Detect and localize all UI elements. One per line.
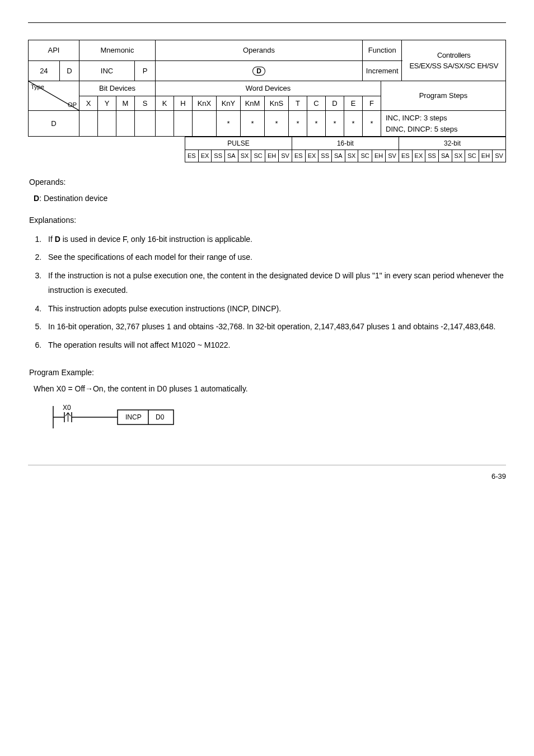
d-s: [135, 111, 156, 137]
program-example-text: When X0 = Off→On, the content in D0 plus…: [34, 383, 506, 395]
row-d-label: D: [29, 111, 79, 137]
col-h: H: [174, 96, 193, 111]
api-label: API: [29, 40, 79, 61]
steps-cell: INC, INCP: 3 steps DINC, DINCP: 5 steps: [381, 111, 506, 137]
d-x: [79, 111, 98, 137]
api-header-row: API Mnemonic Operands Function Controlle…: [29, 40, 506, 61]
d-t: *: [289, 111, 307, 137]
bit-header-row: PULSE 16-bit 32-bit: [185, 137, 506, 150]
ladder-contact: X0: [63, 404, 71, 412]
api-number: 24: [29, 60, 60, 81]
col-knm: KnM: [241, 96, 265, 111]
program-example-heading: Program Example:: [29, 367, 506, 379]
ladder-arg: D0: [156, 413, 165, 421]
list-item: If the instruction is not a pulse execut…: [44, 268, 506, 298]
op-d-row: D * * * * * * * * INC, INCP: 3 steps DIN…: [29, 111, 506, 137]
list-item: If D is used in device F, only 16-bit in…: [44, 232, 506, 247]
col-kny: KnY: [217, 96, 241, 111]
explanations-heading: Explanations:: [29, 214, 506, 226]
d-kny: *: [217, 111, 241, 137]
explanations-list: If D is used in device F, only 16-bit in…: [28, 232, 506, 353]
function-label: Function: [363, 40, 402, 61]
bit-devices-label: Bit Devices: [79, 81, 156, 96]
col-x: X: [79, 96, 98, 111]
function-text: Increment: [363, 60, 402, 81]
d-h: [174, 111, 193, 137]
d-c: *: [307, 111, 326, 137]
ladder-diagram: X0 INCP D0: [50, 403, 506, 431]
d-knm: *: [241, 111, 265, 137]
operands-label: Operands: [156, 40, 363, 61]
top-rule: [28, 22, 506, 23]
bit-cells-row: ES EX SS SA SX SC EH SV ES EX SS SA SX S…: [185, 150, 506, 162]
d-y: [98, 111, 116, 137]
col-f: F: [363, 96, 381, 111]
d-f: *: [363, 111, 381, 137]
ctrl-2: EH/SV: [477, 62, 498, 70]
api-prefix: D: [59, 60, 79, 81]
ladder-svg: X0 INCP D0: [50, 403, 179, 431]
d-k: [156, 111, 174, 137]
d-m: [116, 111, 135, 137]
ctrl-0: ES/EX/SS: [409, 62, 441, 70]
page-number: 6-39: [28, 471, 506, 482]
api-suffix: P: [135, 60, 156, 81]
operand-d-icon: D: [252, 67, 265, 76]
col-s: S: [135, 96, 156, 111]
list-item: In 16-bit operation, 32,767 pluses 1 and…: [44, 319, 506, 334]
bit-h-32: 32-bit: [399, 137, 505, 150]
program-steps-label: Program Steps: [381, 81, 506, 111]
controllers-label: Controllers: [404, 50, 503, 61]
col-d: D: [326, 96, 344, 111]
col-k: K: [156, 96, 174, 111]
col-t: T: [289, 96, 307, 111]
bit-table-wrap: PULSE 16-bit 32-bit ES EX SS SA SX SC EH…: [185, 137, 506, 162]
list-item: This instruction adopts pulse execution …: [44, 301, 506, 316]
d-e: *: [344, 111, 363, 137]
controllers-cell: Controllers ES/EX/SS SA/SX/SC EH/SV: [402, 40, 506, 81]
col-e: E: [344, 96, 363, 111]
col-c: C: [307, 96, 326, 111]
col-knx: KnX: [193, 96, 217, 111]
col-m: M: [116, 96, 135, 111]
d-d: *: [326, 111, 344, 137]
operands-heading: Operands:: [29, 176, 506, 188]
mnemonic-label: Mnemonic: [79, 40, 156, 61]
op-header-row: Type OP Bit Devices Word Devices Program…: [29, 81, 506, 96]
word-devices-label: Word Devices: [156, 81, 381, 96]
bit-h-16: 16-bit: [292, 137, 399, 150]
bit-table: PULSE 16-bit 32-bit ES EX SS SA SX SC EH…: [185, 137, 506, 162]
d-knx: [193, 111, 217, 137]
api-mnemonic: INC: [79, 60, 135, 81]
col-kns: KnS: [265, 96, 289, 111]
ctrl-1: SA/SX/SC: [443, 62, 476, 70]
list-item: See the specifications of each model for…: [44, 250, 506, 265]
bottom-rule: [28, 465, 506, 465]
operand-symbol-cell: D: [156, 60, 363, 81]
col-y: Y: [98, 96, 116, 111]
list-item: The operation results will not affect M1…: [44, 338, 506, 353]
api-table: API Mnemonic Operands Function Controlle…: [28, 40, 506, 137]
operands-text: D: Destination device: [34, 193, 506, 204]
type-op-diag: Type OP: [29, 81, 79, 111]
ladder-inst: INCP: [125, 413, 142, 421]
d-kns: *: [265, 111, 289, 137]
bit-h-pulse: PULSE: [185, 137, 292, 150]
